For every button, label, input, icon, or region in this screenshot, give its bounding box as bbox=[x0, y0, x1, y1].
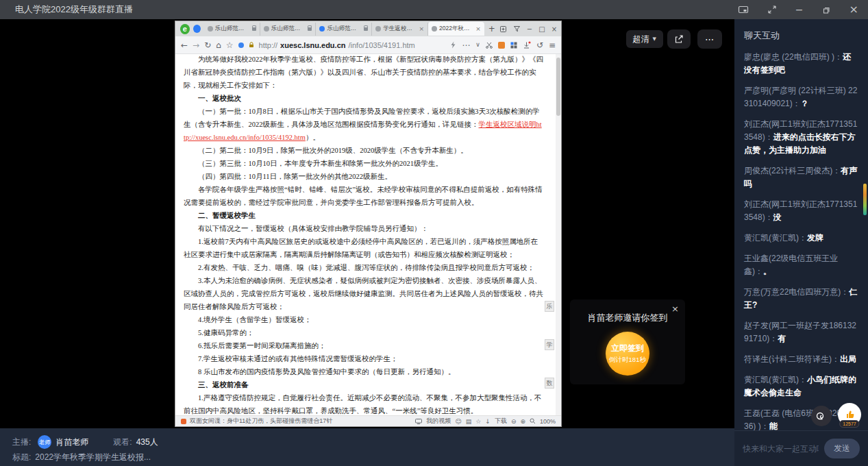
lightning-icon[interactable] bbox=[450, 41, 456, 49]
zoom-out-icon[interactable]: ⊖ bbox=[511, 418, 517, 425]
chat-message-list[interactable]: 廖忠(廖忠 (22电信四班) )：还没有签到吧严彦明(严彦明 (22计科三班) … bbox=[734, 51, 868, 430]
browser-tab-active[interactable]: 2022年秋季...× bbox=[428, 22, 484, 36]
browser-minimize-icon[interactable]: − bbox=[527, 25, 532, 33]
theme-icon[interactable] bbox=[738, 5, 749, 14]
popup-close-icon[interactable]: × bbox=[671, 304, 679, 314]
scissors-icon[interactable] bbox=[486, 42, 493, 49]
chevron-down-icon[interactable]: ∨ bbox=[475, 42, 480, 48]
signin-popup: × 肖苗老师邀请你签到 立即签到 倒计时181秒 bbox=[570, 299, 685, 384]
chat-sender: 黄汇凯(黄汇凯)： bbox=[744, 375, 807, 384]
doc-paragraph: 4.境外学生（含留学生）暂缓返校； bbox=[184, 313, 543, 326]
zoom-level[interactable]: 100% bbox=[540, 418, 556, 425]
close-icon[interactable]: × bbox=[850, 4, 858, 15]
page-side-tabs: 乐学数 bbox=[545, 301, 554, 389]
more-options-button[interactable]: ⋯ bbox=[697, 29, 722, 49]
tab-title: 学生返校区域 bbox=[383, 25, 417, 33]
star-icon[interactable]: ☆ bbox=[475, 418, 481, 425]
doc-heading: 二、暂缓返校学生 bbox=[184, 209, 543, 222]
chat-scrollbar-indicator[interactable] bbox=[863, 184, 867, 215]
chat-message: 刘正杰(网工1班刘正杰17713513548)：进来的点击长按右下方点赞，为主播… bbox=[744, 118, 858, 157]
doc-paragraph: 1.返校前7天内有中高风险区旅居史的或返校途中必须经停中高风险区的，若已返川的，… bbox=[184, 235, 543, 261]
download-arrow-icon[interactable]: ↓ bbox=[485, 418, 491, 425]
like-button[interactable]: 12577 bbox=[838, 403, 861, 426]
browser-tab[interactable]: 学生返校区域× bbox=[372, 23, 428, 36]
chat-message: 廖忠(廖忠 (22电信四班) )：还没有签到吧 bbox=[744, 51, 858, 77]
back-icon[interactable]: ← bbox=[181, 41, 188, 49]
emoji-face-icon[interactable]: ☺ bbox=[455, 418, 461, 425]
url-field[interactable]: http://xuesc.lsnu.edu.cn/info/1035/4191.… bbox=[259, 41, 446, 49]
doc-paragraph: 5.健康码异常的； bbox=[184, 326, 543, 339]
news-ticker[interactable]: 双面女间谍：身中11处刀伤，头部碰撞伤需缝合17针 bbox=[190, 417, 332, 426]
funnel-icon[interactable] bbox=[513, 25, 521, 33]
bookmark-star-icon[interactable]: ☆ bbox=[226, 41, 234, 49]
like-count-badge: 12577 bbox=[839, 420, 859, 428]
thumbs-up-icon bbox=[844, 409, 855, 420]
caret-down-icon: ▼ bbox=[653, 36, 656, 42]
chat-input[interactable] bbox=[743, 444, 819, 454]
zoom-in-icon[interactable]: ⊕ bbox=[520, 418, 525, 425]
video-stage[interactable]: e 乐山师范学院乐山师范学院乐山师范学院学生返校区域×2022年秋季...×+ … bbox=[0, 19, 734, 428]
download-icon[interactable] bbox=[523, 41, 531, 49]
tab-favicon bbox=[208, 26, 213, 32]
download-link[interactable]: 下载 bbox=[495, 417, 507, 426]
doc-paragraph: （三）第三批：10月10日，本年度专升本新生和除第一批次外的2021级学生。 bbox=[184, 157, 543, 170]
magnifier-icon[interactable] bbox=[530, 418, 536, 424]
restore-icon[interactable] bbox=[822, 5, 831, 14]
tab-title: 乐山师范学院 bbox=[215, 25, 250, 33]
minimize-icon[interactable]: − bbox=[795, 5, 804, 14]
watch-count: 435人 bbox=[136, 437, 158, 448]
lock-icon bbox=[308, 27, 312, 31]
signin-button[interactable]: 立即签到 倒计时181秒 bbox=[606, 332, 649, 376]
chat-message: 万意(万意22电信四班万意)：仁王? bbox=[744, 286, 858, 312]
more-dots-icon[interactable]: ⋯ bbox=[462, 41, 470, 49]
browser-tab[interactable]: 乐山师范学院 bbox=[316, 23, 372, 36]
page-side-tab[interactable]: 学 bbox=[545, 339, 554, 350]
wallet-icon[interactable] bbox=[498, 42, 505, 49]
apps-grid-icon[interactable] bbox=[510, 42, 517, 49]
status-bar-tools: 我的视频 ☺ ▤ ☆ ↓ 下载 ⊖ ⊕ 100% bbox=[415, 417, 556, 426]
browser-maximize-icon[interactable]: □ bbox=[538, 25, 545, 33]
watch-label: 观看: bbox=[113, 437, 132, 448]
menu-icon[interactable]: ≡ bbox=[549, 41, 556, 49]
host-avatar[interactable]: 老师 bbox=[38, 435, 51, 449]
send-button[interactable]: 发送 bbox=[824, 439, 860, 458]
panel-icon[interactable]: ▤ bbox=[466, 418, 472, 425]
doc-paragraph: （一）第一批：10月8日，根据乐山市关于国内疫情形势及风险管控要求，返校后须实施… bbox=[184, 105, 543, 144]
browser-tab[interactable]: 乐山师范学院 bbox=[260, 23, 317, 36]
url-host: xuesc.lsnu.edu.cn bbox=[280, 41, 345, 49]
doc-paragraph: 3.本人为未治愈的确诊病例、无症状感染者，疑似病例或被判定为密切接触者、次密接、… bbox=[184, 274, 543, 313]
site-icon bbox=[238, 42, 244, 48]
extensions-icon[interactable] bbox=[499, 25, 507, 33]
chat-text: 能 bbox=[769, 421, 778, 430]
fullscreen-icon[interactable] bbox=[767, 5, 777, 14]
stream-info-bar: 主播: 老师 肖苗老师 观看: 435人 标题: 2022学年秋季学期学生返校报… bbox=[0, 428, 734, 466]
quality-selector[interactable]: 超清 ▼ bbox=[626, 30, 663, 48]
doc-paragraph: 8 乐山市发布的国内疫情形势及风险管控通知中要求的（每日更新，另行通知）。 bbox=[184, 365, 543, 378]
page-scrollbar[interactable] bbox=[556, 54, 561, 415]
tab-close-icon[interactable]: × bbox=[419, 25, 424, 32]
doc-paragraph: 有以下情况之一，暂缓返校（具体返校安排由教学院辅导员另行通知）： bbox=[184, 222, 543, 235]
my-video-link[interactable]: 我的视频 bbox=[426, 417, 451, 426]
refresh-icon[interactable]: ↻ bbox=[204, 41, 211, 49]
browser-close-icon[interactable]: × bbox=[551, 25, 557, 33]
host-name: 肖苗老师 bbox=[55, 437, 88, 448]
undo-icon[interactable]: ↺ bbox=[536, 41, 543, 49]
scrollbar-thumb[interactable] bbox=[556, 58, 560, 116]
document-body: 为统筹做好我校2022年秋季学生返校、疫情防控等工作，根据《新型冠状病毒肺炎防控… bbox=[175, 54, 561, 415]
url-protocol: http:// bbox=[259, 41, 278, 49]
page-side-tab[interactable]: 乐 bbox=[545, 301, 554, 312]
emoji-button[interactable] bbox=[811, 406, 832, 426]
share-button[interactable] bbox=[667, 29, 691, 49]
window-controls: − × bbox=[738, 4, 858, 15]
home-icon[interactable]: ⌂ bbox=[216, 41, 221, 49]
tab-title: 乐山师范学院 bbox=[271, 25, 306, 33]
tab-close-icon[interactable]: × bbox=[475, 25, 481, 32]
browser-account-icon[interactable] bbox=[193, 25, 201, 33]
forward-icon[interactable]: → bbox=[193, 41, 199, 49]
new-tab-button[interactable]: + bbox=[488, 24, 495, 34]
lock-icon bbox=[252, 27, 256, 31]
browser-status-bar: 双面女间谍：身中11处刀伤，头部碰撞伤需缝合17针 我的视频 ☺ ▤ ☆ ↓ 下… bbox=[175, 415, 561, 426]
browser-tab[interactable]: 乐山师范学院 bbox=[204, 23, 260, 36]
page-side-tab[interactable]: 数 bbox=[545, 378, 554, 389]
chat-sender: 赵子发(网工一班赵子发18613291710)： bbox=[744, 321, 856, 343]
